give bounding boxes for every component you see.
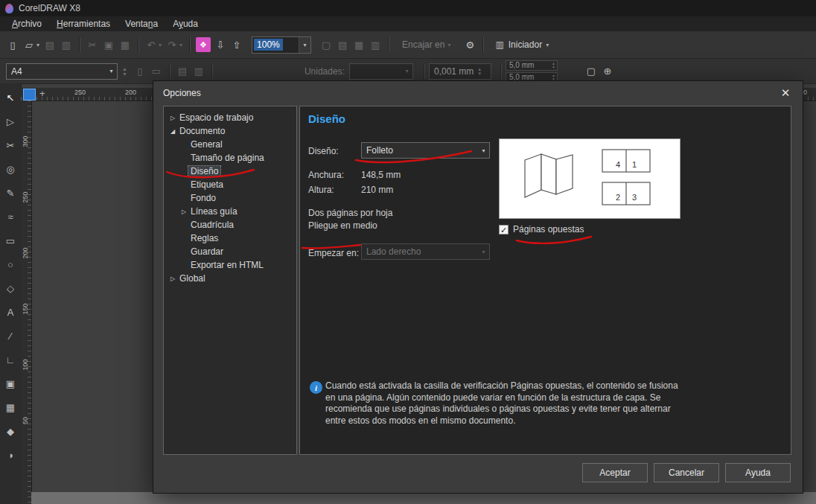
tree-item-documento[interactable]: ◢Documento	[164, 124, 296, 138]
tree-item-diseno[interactable]: Diseño	[164, 165, 296, 178]
svg-text:2: 2	[616, 193, 620, 202]
menu-archivo[interactable]: Archivo	[4, 17, 49, 31]
tree-item-label: Diseño	[188, 166, 220, 176]
tree-item-label: Cuadrícula	[188, 220, 236, 230]
menu-herramientas[interactable]: Herramientas	[49, 17, 118, 31]
page-size-dropdown-icon[interactable]: ▾	[106, 64, 117, 79]
launcher-chevron-icon[interactable]: ▾	[546, 42, 549, 48]
polygon-tool-icon[interactable]: ◇	[1, 276, 19, 300]
ruler-label: 200	[22, 246, 29, 261]
cancelar-button[interactable]: Cancelar	[654, 463, 719, 482]
layout-combobox[interactable]: Folleto ▾	[361, 142, 490, 159]
propbar-separator	[424, 64, 424, 79]
zoom-level-combobox[interactable]: 100% ▾	[252, 36, 311, 54]
new-document-icon[interactable]: ▯	[4, 36, 21, 53]
page-size-combobox[interactable]: A4 ▾	[6, 63, 118, 80]
freehand-tool-icon[interactable]: ✎	[1, 181, 19, 205]
tree-item-label: Global	[177, 273, 208, 284]
tree-item-reglas[interactable]: Reglas	[164, 232, 296, 245]
snap-to-label: Encajar en	[402, 39, 444, 50]
cut-icon: ✂	[84, 36, 101, 53]
layout-dropdown-icon[interactable]: ▾	[478, 143, 489, 158]
text-tool-icon[interactable]: A	[1, 300, 19, 324]
page-tab-indicator[interactable]	[23, 89, 36, 101]
tree-item-etiqueta[interactable]: Etiqueta	[164, 178, 296, 191]
get-more-icon[interactable]: ❖	[196, 37, 211, 52]
treat-as-filled-icon[interactable]: ▢	[583, 63, 599, 80]
connector-tool-icon[interactable]: ∟	[1, 348, 19, 371]
shape-tool-icon[interactable]: ▷	[1, 109, 19, 133]
tree-item-label: Guardar	[188, 246, 226, 257]
toolbar-view-group: ▢▤▦▥	[318, 36, 393, 53]
aceptar-button[interactable]: Aceptar	[582, 463, 648, 482]
close-icon[interactable]: ✕	[777, 85, 794, 101]
redo-icon: ↷	[164, 36, 180, 53]
zoom-level-value[interactable]: 100%	[254, 39, 283, 51]
import-icon[interactable]: ⇩	[212, 36, 229, 53]
dimension-tool-icon[interactable]: ∕	[1, 324, 19, 348]
toolbox: ↖▷✂◎✎≈▭○◇A∕∟▣▦◆◑	[0, 83, 22, 504]
tree-item-guardar[interactable]: Guardar	[164, 245, 296, 258]
crop-tool-icon[interactable]: ✂	[1, 133, 19, 157]
eyedropper-tool-icon[interactable]: ◆	[1, 419, 19, 443]
expand-icon[interactable]: ▷	[179, 208, 188, 215]
width-value: 148,5 mm	[361, 170, 401, 180]
redo-dropdown-icon: ▾	[179, 42, 182, 48]
launcher-dropdown[interactable]: ▥ Iniciador ▾	[495, 39, 551, 50]
ruler-label: 300	[22, 134, 29, 149]
height-value: 210 mm	[361, 185, 393, 195]
tree-item-label: Líneas guía	[188, 206, 240, 217]
width-label: Anchura:	[308, 170, 344, 180]
layout-description-line1: Dos páginas por hoja	[308, 208, 392, 218]
snap-to-chevron-icon: ▾	[447, 42, 450, 48]
transparency-tool-icon[interactable]: ▦	[1, 395, 19, 419]
duplicate-x-stepper: ▲▼	[552, 62, 555, 69]
facing-pages-option[interactable]: ✓ Páginas opuestas	[499, 224, 584, 235]
options-dialog: Opciones ✕ ▷Espacio de trabajo◢Documento…	[153, 80, 803, 494]
ruler-label: 250	[74, 89, 86, 96]
pick-tool-icon[interactable]: ↖	[1, 86, 19, 109]
facing-pages-label: Páginas opuestas	[513, 224, 584, 235]
ellipse-tool-icon[interactable]: ○	[1, 252, 19, 276]
tree-item-cuadricula[interactable]: Cuadrícula	[164, 218, 296, 232]
tree-item-tamano-de-pagina[interactable]: Tamaño de página	[164, 151, 296, 165]
ayuda-button[interactable]: Ayuda	[725, 463, 791, 482]
tree-item-exportar-en-html[interactable]: Exportar en HTML	[164, 258, 296, 272]
open-dropdown-icon[interactable]: ▾	[36, 42, 39, 48]
expand-icon[interactable]: ▷	[168, 115, 177, 121]
collapse-icon[interactable]: ◢	[168, 128, 177, 135]
layout-preview: 4 1 2 3	[499, 138, 680, 219]
tree-item-lineas-guia[interactable]: ▷Líneas guía	[164, 205, 296, 218]
tree-item-general[interactable]: General	[164, 138, 296, 151]
toolbar-separator	[388, 37, 389, 52]
artistic-media-tool-icon[interactable]: ≈	[1, 205, 19, 229]
interactive-fill-tool-icon[interactable]: ◑	[1, 443, 19, 467]
vertical-ruler[interactable]: 30025020015010050	[21, 101, 32, 504]
paste-icon: ▦	[117, 36, 133, 53]
export-icon[interactable]: ⇧	[229, 36, 245, 53]
nudge-stepper: ▲▼	[477, 67, 482, 76]
start-on-value: Lado derecho	[366, 246, 421, 257]
menu-ventana[interactable]: Ventana	[118, 17, 165, 31]
standard-toolbar: ▯▱▾▤▥✂▣▦↶▾↷▾❖⇩⇧ 100% ▾ ▢▤▦▥ Encajar en ▾…	[0, 31, 816, 59]
rectangle-tool-icon[interactable]: ▭	[1, 229, 19, 252]
toolbar-separator	[138, 37, 138, 52]
open-icon[interactable]: ▱	[21, 36, 37, 53]
menu-bar: ArchivoHerramientasVentanaAyuda	[0, 16, 816, 31]
expand-icon[interactable]: ▷	[168, 275, 177, 282]
add-page-button[interactable]: +	[39, 88, 45, 99]
zoom-tool-icon[interactable]: ◎	[1, 157, 19, 181]
menu-ayuda[interactable]: Ayuda	[165, 17, 205, 31]
duplicate-x-field: 5,0 mm ▲▼	[506, 60, 558, 71]
tree-item-espacio-de-trabajo[interactable]: ▷Espacio de trabajo	[164, 111, 296, 124]
options-gear-icon[interactable]: ⚙	[462, 36, 478, 53]
tree-item-fondo[interactable]: Fondo	[164, 191, 296, 205]
tree-item-global[interactable]: ▷Global	[164, 272, 296, 285]
page-view-group: ▤▥	[174, 63, 207, 80]
zoom-dropdown-icon[interactable]: ▾	[299, 37, 310, 53]
snap-center-icon[interactable]: ⊕	[599, 63, 616, 80]
options-tree: ▷Espacio de trabajo◢DocumentoGeneralTama…	[164, 111, 296, 285]
facing-pages-checkbox[interactable]: ✓	[499, 225, 509, 235]
drop-shadow-tool-icon[interactable]: ▣	[1, 371, 19, 395]
ruler-label: 200	[125, 89, 136, 96]
